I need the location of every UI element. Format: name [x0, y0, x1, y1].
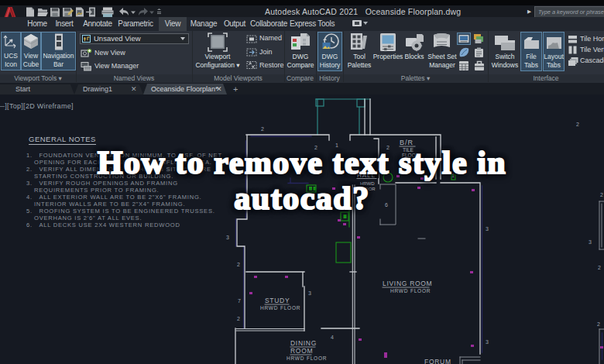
- svg-text:3: 3: [486, 226, 489, 232]
- svg-text:7: 7: [238, 298, 241, 304]
- svg-text:2: 2: [261, 126, 264, 132]
- svg-text:DINING: DINING: [290, 339, 317, 347]
- svg-text:HRWD FLOOR: HRWD FLOOR: [390, 288, 431, 294]
- svg-text:STUDY: STUDY: [265, 297, 290, 304]
- svg-text:3: 3: [486, 339, 489, 345]
- svg-text:ROOM: ROOM: [290, 347, 313, 355]
- svg-text:2: 2: [237, 316, 240, 321]
- svg-text:2: 2: [597, 321, 600, 327]
- svg-text:3: 3: [226, 235, 229, 240]
- svg-text:HRWD FLOOR: HRWD FLOOR: [287, 355, 327, 361]
- svg-text:4: 4: [331, 335, 334, 340]
- svg-text:LIVING ROOM: LIVING ROOM: [383, 280, 432, 287]
- svg-text:2: 2: [576, 122, 579, 127]
- svg-text:3: 3: [589, 239, 592, 245]
- svg-text:3: 3: [308, 290, 311, 296]
- svg-text:2: 2: [237, 262, 240, 267]
- svg-text:2: 2: [598, 265, 601, 270]
- svg-text:FORUM: FORUM: [424, 358, 451, 364]
- svg-text:HRWD FLOOR: HRWD FLOOR: [260, 305, 300, 311]
